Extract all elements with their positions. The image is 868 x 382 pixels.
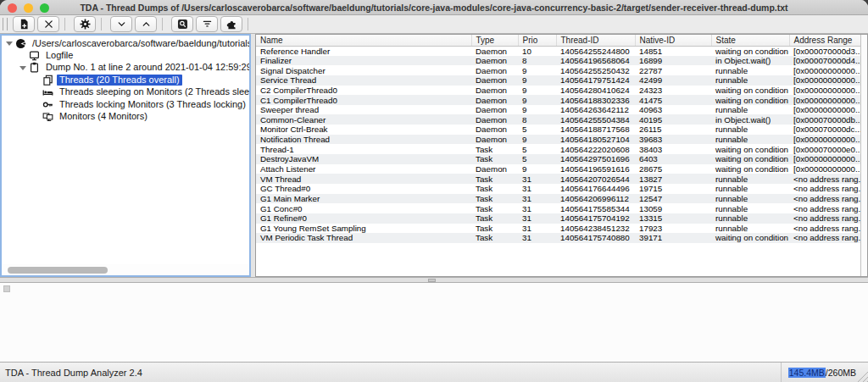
filter-button[interactable]	[196, 16, 218, 32]
custom-categories-button[interactable]	[220, 16, 242, 32]
table-row[interactable]: Reference HandlerDaemon10140564255244800…	[256, 46, 860, 56]
column-header[interactable]: Address Range	[789, 35, 860, 46]
tree-item[interactable]: Threads (20 Threads overall)	[2, 74, 249, 86]
find-button[interactable]	[171, 16, 193, 32]
thread-table: NameTypePrioThread-IDNative-IDStateAddre…	[256, 35, 860, 243]
open-logfile-button[interactable]	[13, 16, 35, 32]
table-cell: Task	[471, 224, 518, 234]
table-row[interactable]: Monitor Ctrl-BreakDaemon5140564188717568…	[256, 125, 860, 135]
table-row[interactable]: C1 CompilerThread0Daemon9140564188302336…	[256, 95, 860, 105]
tree-item[interactable]: /Users/carloscaverobarca/software/baeldu…	[2, 37, 249, 49]
thread-table-panel: NameTypePrioThread-IDNative-IDStateAddre…	[255, 34, 868, 277]
table-cell: runnable	[711, 184, 789, 194]
table-cell: 13827	[635, 174, 711, 184]
table-cell: Task	[471, 154, 518, 164]
table-row[interactable]: VM Periodic Task ThreadTask3114056417574…	[256, 233, 860, 243]
scrollbar-thumb[interactable]	[8, 267, 108, 274]
table-cell: 140564263642112	[556, 105, 635, 115]
navigate-up-button[interactable]	[135, 16, 157, 32]
preferences-button[interactable]	[74, 16, 96, 32]
table-cell: 140564206996112	[556, 194, 635, 204]
tree-item[interactable]: Logfile	[2, 49, 249, 61]
gear-icon	[80, 19, 91, 30]
table-row[interactable]: Notification ThreadDaemon914056418052710…	[256, 135, 860, 145]
table-cell: 140564188717568	[556, 125, 635, 135]
table-cell: Task	[471, 213, 518, 224]
column-header[interactable]: Native-ID	[635, 35, 711, 46]
table-row[interactable]: Signal DispatcherDaemon91405642552504322…	[256, 65, 860, 75]
table-cell: 140564179751424	[556, 75, 635, 86]
title-bar[interactable]: TDA - Thread Dumps of /Users/carloscaver…	[0, 0, 868, 15]
tree-item-label: Dump No. 1 at line 2 around 2021-01-04 1…	[43, 62, 251, 73]
column-header[interactable]: Type	[471, 35, 518, 46]
table-cell: 13059	[635, 203, 711, 213]
table-cell: <no address rang...	[789, 213, 860, 224]
tree-horizontal-scrollbar[interactable]	[2, 264, 249, 275]
table-cell: 31	[518, 213, 556, 224]
toolbar-separator	[162, 18, 166, 30]
table-cell: 40963	[635, 105, 711, 115]
column-header[interactable]: State	[711, 35, 789, 46]
table-cell: Task	[471, 233, 518, 243]
zoom-window-button[interactable]	[40, 3, 49, 13]
window-resize-grip[interactable]	[856, 370, 868, 382]
toolbar-buttons	[13, 16, 254, 32]
column-header[interactable]: Thread-ID	[556, 35, 635, 46]
table-row[interactable]: G1 Refine#0Task3114056417570419213315run…	[256, 213, 860, 224]
table-cell: 31	[518, 174, 556, 184]
table-cell: DestroyJavaVM	[256, 154, 471, 164]
table-cell: [0x00000000000...	[789, 95, 860, 105]
table-cell: [0x00000000000...	[789, 164, 860, 174]
table-cell: G1 Main Marker	[256, 194, 471, 204]
column-header[interactable]: Name	[256, 35, 471, 46]
table-cell: 140564180527104	[556, 135, 635, 145]
table-row[interactable]: G1 Main MarkerTask3114056420699611212547…	[256, 194, 860, 204]
disclosure-triangle-icon[interactable]	[5, 39, 14, 47]
table-row[interactable]: Attach ListenerDaemon9140564196591616286…	[256, 164, 860, 174]
table-row[interactable]: Common-CleanerDaemon81405642555043844019…	[256, 114, 860, 125]
horizontal-splitter[interactable]	[0, 277, 868, 283]
table-cell: 140564238451232	[556, 224, 635, 234]
splitter-grip[interactable]	[428, 279, 436, 282]
detail-panel-corner	[3, 285, 10, 292]
table-row[interactable]: FinalizerDaemon814056419656806416899in O…	[256, 56, 860, 66]
close-logfile-button[interactable]	[37, 16, 59, 32]
table-row[interactable]: G1 Conc#0Task3114056417558534413059runna…	[256, 203, 860, 213]
table-cell: 28675	[635, 164, 711, 174]
table-row[interactable]: VM ThreadTask3114056420702654413827runna…	[256, 174, 860, 184]
column-header[interactable]: Prio	[518, 35, 556, 46]
table-cell: runnable	[711, 135, 789, 145]
navigate-down-button[interactable]	[110, 16, 132, 32]
disclosure-triangle-icon[interactable]	[19, 64, 27, 72]
table-row[interactable]: Service ThreadDaemon91405641797514244249…	[256, 75, 860, 86]
table-row[interactable]: Sweeper threadDaemon91405642636421124096…	[256, 105, 860, 115]
table-cell: 12547	[635, 194, 711, 204]
table-cell: 6403	[635, 154, 711, 164]
table-row[interactable]: G1 Young RemSet SamplingTask311405642384…	[256, 224, 860, 234]
puzzle-icon	[226, 19, 237, 30]
tree-item[interactable]: Monitors (4 Monitors)	[2, 110, 249, 122]
table-row[interactable]: Thread-1Task514056422202060838403waiting…	[256, 144, 860, 154]
table-cell: [0x00000000000...	[789, 154, 860, 164]
table-cell: G1 Refine#0	[256, 213, 471, 224]
minimize-window-button[interactable]	[24, 3, 33, 13]
tree-item[interactable]: Threads sleeping on Monitors (2 Threads …	[2, 86, 249, 98]
table-row[interactable]: GC Thread#0Task3114056417664449619715run…	[256, 184, 860, 194]
tree-item-label: Threads sleeping on Monitors (2 Threads …	[57, 86, 251, 97]
toolbar	[0, 15, 868, 34]
table-row[interactable]: DestroyJavaVMTask51405642975016966403wai…	[256, 154, 860, 164]
monitors-icon	[42, 111, 53, 122]
table-cell: Daemon	[471, 95, 518, 105]
close-window-button[interactable]	[8, 3, 17, 13]
table-cell: Task	[471, 184, 518, 194]
tree-item[interactable]: Dump No. 1 at line 2 around 2021-01-04 1…	[2, 62, 249, 74]
tree-item[interactable]: Threads locking Monitors (3 Threads lock…	[2, 98, 249, 110]
table-cell: 140564297501696	[556, 154, 635, 164]
table-cell: 8	[518, 114, 556, 125]
table-cell: 31	[518, 233, 556, 243]
table-vertical-scrollbar[interactable]	[860, 35, 867, 276]
toolbar-drag-grip[interactable]	[3, 18, 8, 30]
traffic-lights	[8, 3, 49, 13]
table-cell: 9	[518, 135, 556, 145]
table-row[interactable]: C2 CompilerThread0Daemon9140564280410624…	[256, 86, 860, 96]
